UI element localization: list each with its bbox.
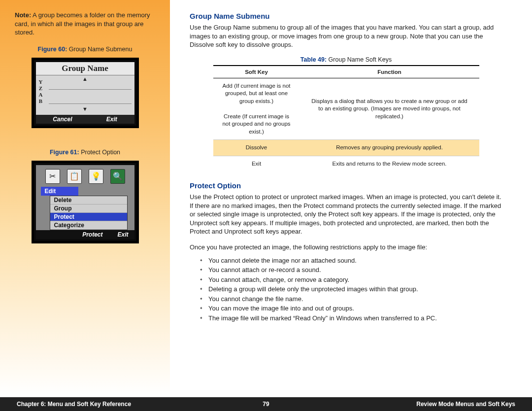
cell-fn-add-create: Displays a dialog that allows you to cre… <box>300 78 479 140</box>
table-row: Dissolve Removes any grouping previously… <box>213 140 479 156</box>
sidebar-note: Note: A group becomes a folder on the me… <box>15 11 155 37</box>
magnifier-icon: 🔍 <box>110 169 125 184</box>
figure-61-text: Protect Option <box>79 149 120 156</box>
up-arrow-icon: ▲ <box>82 76 88 82</box>
paragraph-group-name: Use the Group Name submenu to group all … <box>190 23 502 49</box>
lcd1-soft-cancel: Cancel <box>53 116 72 123</box>
table-group-name-soft-keys: Soft Key Function Add (If current image … <box>213 65 479 172</box>
note-label: Note: <box>15 11 31 19</box>
th-soft-key: Soft Key <box>213 66 300 78</box>
lcd1-letters: Y Z A B <box>39 79 43 104</box>
lcd2-soft-protect: Protect <box>82 231 102 238</box>
list-item: Deleting a group will delete only the un… <box>201 284 502 294</box>
down-arrow-icon: ▼ <box>82 106 88 112</box>
figure-60-label: Figure 60: <box>38 46 67 53</box>
figure-61-caption: Figure 61: Protect Option <box>15 149 155 156</box>
cell-fn-exit: Exits and returns to the Review mode scr… <box>300 156 479 171</box>
list-item: You cannot change the file name. <box>201 294 502 304</box>
cell-fn-dissolve: Removes any grouping previously applied. <box>300 140 479 156</box>
footer-section: Review Mode Menus and Soft Keys <box>416 401 515 408</box>
table-49-label: Table 49: <box>300 56 327 63</box>
cell-softkey-exit: Exit <box>213 156 300 171</box>
table-49-caption: Table 49: Group Name Soft Keys <box>190 56 502 63</box>
menu-item-categorize: Categorize <box>50 221 127 230</box>
lcd2-tab: Edit <box>41 187 78 196</box>
cell-softkey-add-create: Add (If current image is not grouped, bu… <box>213 78 300 140</box>
lcd1-title: Group Name <box>36 62 134 75</box>
list-item: The image file will be marked “Read Only… <box>201 313 502 323</box>
restrictions-list: You cannot delete the image nor an attac… <box>190 256 502 323</box>
figure-60-image: Group Name ▲ Y Z A B ▼ Cancel Exit <box>32 58 139 128</box>
bulb-icon: 💡 <box>89 169 103 184</box>
page-footer: Chapter 6: Menu and Soft Key Reference 7… <box>0 397 532 411</box>
figure-60-text: Group Name Submenu <box>67 46 132 53</box>
menu-item-protect: Protect <box>50 213 127 221</box>
table-49-text: Group Name Soft Keys <box>327 56 392 63</box>
cell-softkey-dissolve: Dissolve <box>213 140 300 156</box>
footer-chapter: Chapter 6: Menu and Soft Key Reference <box>17 401 131 408</box>
lcd2-menu: Delete Group Protect Categorize <box>50 196 128 230</box>
lcd2-soft-exit: Exit <box>117 231 128 238</box>
list-item: You cannot delete the image nor an attac… <box>201 256 502 266</box>
scissors-icon: ✂ <box>45 169 60 184</box>
clipboard-icon: 📋 <box>67 169 82 184</box>
list-item: You cannot attach or re-record a sound. <box>201 265 502 275</box>
heading-protect-option: Protect Option <box>190 181 502 190</box>
note-text: A group becomes a folder on the memory c… <box>15 11 150 36</box>
menu-item-group: Group <box>50 205 127 213</box>
heading-group-name-submenu: Group Name Submenu <box>190 12 502 20</box>
figure-61-label: Figure 61: <box>50 149 79 156</box>
list-item: You can move the image file into and out… <box>201 304 502 313</box>
th-function: Function <box>300 66 479 78</box>
table-row: Exit Exits and returns to the Review mod… <box>213 156 479 171</box>
footer-page-number: 79 <box>263 401 269 408</box>
figure-61-image: ✂ 📋 💡 🔍 Edit Delete Group Protect Catego… <box>32 161 139 243</box>
figure-60-caption: Figure 60: Group Name Submenu <box>15 46 155 53</box>
lcd1-soft-exit: Exit <box>106 116 117 123</box>
list-item: You cannot attach, change, or remove a c… <box>201 275 502 285</box>
menu-item-delete: Delete <box>50 196 127 205</box>
paragraph-protect-2: Once you have protected an image, the fo… <box>190 243 502 252</box>
paragraph-protect-1: Use the Protect option to protect or unp… <box>190 193 502 236</box>
table-row: Add (If current image is not grouped, bu… <box>213 78 479 140</box>
